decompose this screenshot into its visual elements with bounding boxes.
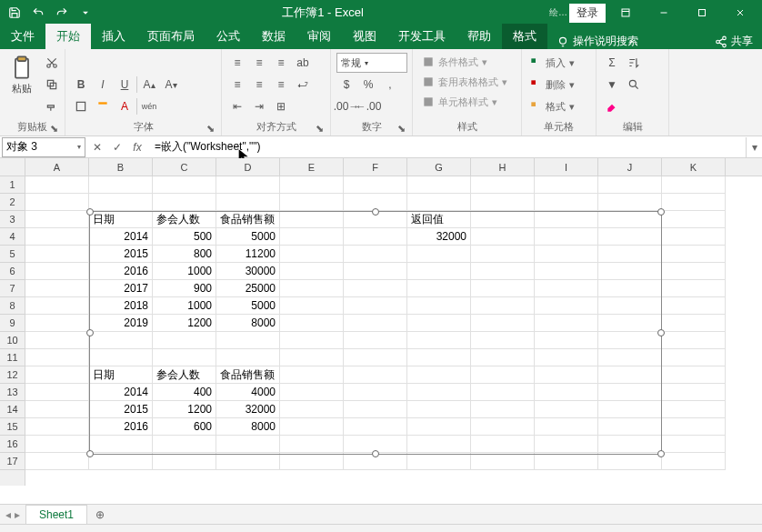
tab-view[interactable]: 视图 [342, 24, 387, 49]
cell[interactable] [280, 194, 344, 211]
cell[interactable] [598, 246, 662, 263]
cell[interactable]: 800 [153, 246, 216, 263]
cell[interactable]: 参会人数 [153, 211, 216, 228]
cell[interactable] [153, 332, 216, 349]
cell[interactable]: 900 [153, 280, 216, 297]
clear-icon[interactable] [602, 96, 622, 116]
cell[interactable] [344, 280, 407, 297]
cell[interactable] [280, 176, 344, 194]
tab-format[interactable]: 格式 [502, 24, 547, 49]
cell[interactable] [344, 332, 407, 349]
add-sheet-icon[interactable]: ⊕ [91, 506, 109, 524]
cell[interactable] [407, 297, 471, 315]
tab-insert[interactable]: 插入 [91, 24, 136, 49]
cell[interactable]: 4000 [216, 384, 280, 401]
cell[interactable] [344, 366, 407, 384]
cell[interactable] [598, 263, 662, 280]
border-button[interactable] [71, 96, 91, 116]
cell[interactable] [25, 246, 89, 263]
row-header[interactable]: 10 [0, 332, 25, 349]
cell[interactable] [598, 194, 662, 211]
sort-filter-icon[interactable] [624, 53, 644, 73]
cell[interactable]: 1200 [153, 401, 216, 418]
tab-dev[interactable]: 开发工具 [387, 24, 456, 49]
undo-icon[interactable] [27, 2, 49, 24]
cell[interactable] [89, 436, 153, 453]
row-header[interactable]: 16 [0, 436, 25, 453]
tab-formulas[interactable]: 公式 [206, 24, 251, 49]
cell[interactable]: 食品销售额 [216, 211, 280, 228]
maximize-icon[interactable] [684, 0, 720, 25]
cell[interactable] [344, 211, 407, 228]
tab-data[interactable]: 数据 [251, 24, 296, 49]
underline-button[interactable]: U [115, 75, 135, 95]
table-format-button[interactable]: 套用表格格式 ▾ [418, 73, 511, 91]
ribbon-options-icon[interactable] [607, 0, 644, 25]
save-icon[interactable] [4, 2, 25, 24]
cell[interactable] [662, 384, 726, 401]
cell[interactable] [25, 401, 89, 418]
cell[interactable] [535, 263, 598, 280]
font-color-button[interactable]: A [115, 96, 135, 116]
cell[interactable]: 返回值 [407, 211, 471, 228]
cell[interactable] [471, 263, 535, 280]
col-header[interactable]: D [216, 158, 280, 176]
cell[interactable] [25, 194, 89, 211]
cell[interactable] [471, 194, 535, 211]
cell[interactable] [25, 436, 89, 453]
cell[interactable]: 5000 [216, 297, 280, 315]
cell[interactable] [280, 418, 344, 436]
accounting-icon[interactable]: $ [336, 75, 356, 95]
cell[interactable] [280, 366, 344, 384]
cell[interactable] [25, 315, 89, 332]
fx-icon[interactable]: fx [129, 139, 145, 156]
align-left-icon[interactable]: ≡ [227, 75, 247, 95]
select-all-corner[interactable] [0, 158, 25, 176]
cell[interactable] [25, 384, 89, 401]
row-header[interactable]: 8 [0, 297, 25, 315]
cell[interactable] [662, 366, 726, 384]
font-grow-icon[interactable]: A▴ [139, 75, 159, 95]
col-header[interactable]: G [407, 158, 471, 176]
row-header[interactable]: 6 [0, 263, 25, 280]
cell[interactable]: 2017 [89, 280, 153, 297]
tab-layout[interactable]: 页面布局 [136, 24, 206, 49]
cell[interactable] [89, 176, 153, 194]
sheet-tab[interactable]: Sheet1 [25, 505, 87, 524]
cell[interactable] [344, 418, 407, 436]
cell[interactable] [153, 436, 216, 453]
cell[interactable] [471, 418, 535, 436]
cell[interactable] [407, 366, 471, 384]
cell[interactable] [471, 315, 535, 332]
decimal-dec-icon[interactable]: ←.00 [358, 96, 378, 116]
cell[interactable] [535, 332, 598, 349]
cell[interactable] [25, 349, 89, 366]
cell[interactable] [598, 297, 662, 315]
row-header[interactable]: 13 [0, 384, 25, 401]
fill-icon[interactable]: ▼ [602, 75, 622, 95]
cell[interactable] [344, 315, 407, 332]
cell[interactable] [535, 211, 598, 228]
cell[interactable] [25, 366, 89, 384]
copy-icon[interactable] [42, 75, 62, 95]
cell[interactable] [89, 194, 153, 211]
cell[interactable] [471, 453, 535, 470]
decimal-inc-icon[interactable]: .00→ [336, 96, 356, 116]
cell[interactable] [535, 194, 598, 211]
cell[interactable] [89, 349, 153, 366]
font-launcher-icon[interactable]: ⬊ [205, 123, 216, 134]
cell[interactable] [598, 211, 662, 228]
cell[interactable] [598, 453, 662, 470]
expand-formula-icon[interactable]: ▾ [746, 137, 762, 157]
cell[interactable] [471, 211, 535, 228]
number-format-combo[interactable]: 常规▾ [336, 53, 407, 73]
tab-review[interactable]: 审阅 [296, 24, 342, 49]
cell[interactable] [344, 194, 407, 211]
cell[interactable] [280, 297, 344, 315]
cell[interactable] [280, 384, 344, 401]
worksheet[interactable]: A B C D E F G H I J K 123456789101112131… [0, 158, 762, 504]
cell[interactable] [471, 228, 535, 246]
cell[interactable] [280, 246, 344, 263]
cell[interactable] [89, 453, 153, 470]
cell[interactable] [471, 384, 535, 401]
